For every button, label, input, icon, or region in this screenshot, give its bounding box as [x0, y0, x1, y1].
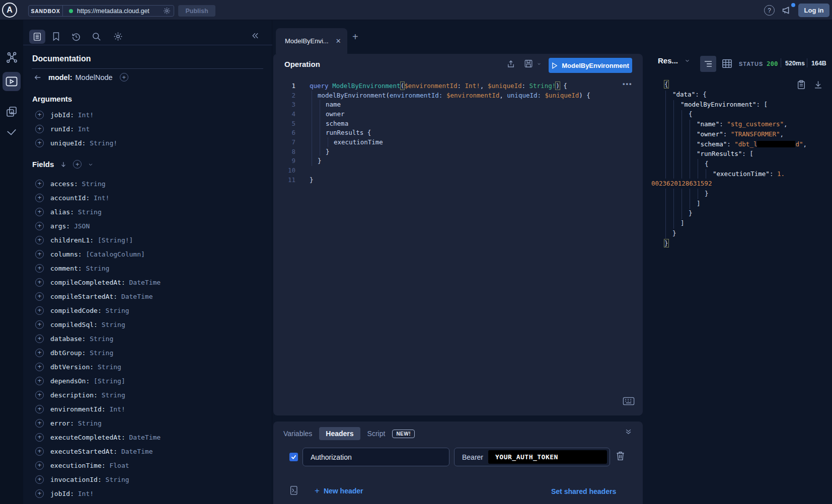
tab-script[interactable]: Script: [367, 430, 386, 438]
doc-field-row[interactable]: +accountId: Int!: [32, 191, 269, 205]
add-field-icon[interactable]: +: [120, 73, 128, 81]
add-field-icon[interactable]: +: [35, 250, 44, 259]
tab-variables[interactable]: Variables: [283, 430, 312, 438]
add-field-icon[interactable]: +: [35, 349, 44, 357]
add-field-icon[interactable]: +: [35, 489, 44, 498]
add-field-icon[interactable]: +: [35, 111, 44, 119]
share-icon[interactable]: [506, 59, 515, 69]
add-field-icon[interactable]: +: [35, 475, 44, 484]
add-field-icon[interactable]: +: [35, 447, 44, 456]
document-icon[interactable]: [29, 30, 45, 44]
add-field-icon[interactable]: +: [35, 363, 44, 371]
collapse-panel-icon[interactable]: [251, 32, 260, 40]
explorer-icon[interactable]: [3, 72, 21, 91]
doc-field-row[interactable]: +compileCompletedAt: DateTime: [32, 275, 269, 289]
close-tab-icon[interactable]: ✕: [336, 37, 341, 45]
add-field-icon[interactable]: +: [35, 264, 44, 273]
add-field-icon[interactable]: +: [35, 405, 44, 413]
doc-field-row[interactable]: +compiledSql: String: [32, 317, 269, 331]
endpoint-settings-gear-icon[interactable]: [163, 7, 171, 15]
apollo-logo-icon[interactable]: A: [2, 3, 17, 18]
checks-icon[interactable]: [0, 128, 23, 137]
breadcrumb-type-link[interactable]: ModelNode: [75, 73, 113, 81]
code-line[interactable]: 4owner: [273, 109, 643, 119]
add-field-icon[interactable]: +: [35, 377, 44, 385]
add-all-fields-icon[interactable]: +: [73, 160, 82, 169]
tree-view-icon[interactable]: [700, 56, 716, 72]
doc-field-row[interactable]: +dbtVersion: String: [32, 360, 269, 374]
add-field-icon[interactable]: +: [35, 222, 44, 230]
tab-headers[interactable]: Headers: [319, 427, 360, 440]
add-field-icon[interactable]: +: [35, 292, 44, 301]
announcements-icon[interactable]: [781, 5, 792, 16]
header-value-field[interactable]: Bearer YOUR_AUTH_TOKEN: [454, 448, 610, 466]
add-field-icon[interactable]: +: [35, 334, 44, 343]
code-line[interactable]: 1query ModelByEnvironment($environmentId…: [273, 81, 643, 91]
doc-field-row[interactable]: +database: String: [32, 331, 269, 346]
response-panel-title[interactable]: Res...: [658, 56, 678, 65]
login-button[interactable]: Log in: [798, 4, 829, 17]
search-icon[interactable]: [92, 32, 102, 42]
operation-tab[interactable]: ModelByEnvi... ✕: [276, 28, 347, 54]
add-field-icon[interactable]: +: [35, 433, 44, 442]
add-field-icon[interactable]: +: [35, 194, 44, 202]
doc-field-row[interactable]: +compiledCode: String: [32, 303, 269, 317]
save-icon[interactable]: [524, 59, 533, 68]
doc-field-row[interactable]: +alias: String: [32, 205, 269, 219]
keyboard-shortcuts-icon[interactable]: [623, 397, 635, 405]
edit-as-file-icon[interactable]: [290, 485, 299, 495]
doc-field-row[interactable]: +executeStartedAt: DateTime: [32, 444, 269, 458]
doc-field-row[interactable]: +dbtGroup: String: [32, 346, 269, 360]
code-editor[interactable]: 1query ModelByEnvironment($environmentId…: [273, 81, 643, 187]
code-line[interactable]: 11}: [273, 175, 643, 185]
code-line[interactable]: 6runResults {: [273, 128, 643, 138]
new-header-button[interactable]: + New header: [315, 486, 363, 496]
add-field-icon[interactable]: +: [35, 125, 44, 133]
response-dropdown-chevron-icon[interactable]: [684, 58, 691, 63]
add-field-icon[interactable]: +: [35, 320, 44, 329]
doc-field-row[interactable]: +compileStartedAt: DateTime: [32, 289, 269, 303]
doc-field-row[interactable]: +comment: String: [32, 261, 269, 275]
endpoint-url-text[interactable]: https://metadata.cloud.get: [77, 8, 163, 15]
add-field-icon[interactable]: +: [35, 306, 44, 315]
code-line[interactable]: 8}: [273, 147, 643, 156]
doc-field-row[interactable]: +jobId: Int!: [32, 486, 269, 500]
doc-field-row[interactable]: +columns: [CatalogColumn]: [32, 247, 269, 261]
graph-icon[interactable]: [0, 51, 23, 64]
add-field-icon[interactable]: +: [35, 391, 44, 399]
doc-field-row[interactable]: +runId: Int: [32, 122, 269, 136]
collapse-panel-chevrons-icon[interactable]: [625, 428, 632, 436]
code-line[interactable]: 2modelByEnvironment(environmentId: $envi…: [273, 91, 643, 100]
add-field-icon[interactable]: +: [35, 461, 44, 470]
doc-field-row[interactable]: +environmentId: Int!: [32, 402, 269, 416]
doc-field-row[interactable]: +args: JSON: [32, 219, 269, 233]
add-field-icon[interactable]: +: [35, 419, 44, 428]
settings-icon[interactable]: [113, 32, 123, 41]
add-field-icon[interactable]: +: [35, 139, 44, 147]
changelog-icon[interactable]: [0, 106, 23, 118]
code-line[interactable]: 3name: [273, 100, 643, 109]
doc-field-row[interactable]: +access: String: [32, 177, 269, 191]
endpoint-url-bar[interactable]: SANDBOX https://metadata.cloud.get: [28, 5, 174, 17]
code-line[interactable]: 10: [273, 165, 643, 175]
history-icon[interactable]: [71, 32, 81, 42]
back-arrow-icon[interactable]: [33, 73, 42, 81]
doc-field-row[interactable]: +error: String: [32, 416, 269, 430]
doc-field-row[interactable]: +jobId: Int!: [32, 108, 269, 122]
delete-header-trash-icon[interactable]: [616, 451, 625, 461]
add-field-icon[interactable]: +: [35, 236, 44, 244]
doc-field-row[interactable]: +executeCompletedAt: DateTime: [32, 430, 269, 444]
add-field-icon[interactable]: +: [35, 278, 44, 287]
auth-token-value[interactable]: YOUR_AUTH_TOKEN: [488, 450, 607, 464]
add-field-icon[interactable]: +: [35, 208, 44, 216]
header-enabled-checkbox[interactable]: [289, 453, 298, 461]
bookmark-icon[interactable]: [52, 32, 60, 41]
doc-field-row[interactable]: +executionTime: Float: [32, 458, 269, 472]
table-view-icon[interactable]: [722, 59, 732, 68]
header-key-input[interactable]: [302, 448, 449, 466]
doc-field-row[interactable]: +description: String: [32, 388, 269, 402]
help-button[interactable]: ?: [764, 5, 775, 16]
code-line[interactable]: 7executionTime: [273, 137, 643, 147]
set-shared-headers-link[interactable]: Set shared headers: [551, 487, 616, 495]
doc-field-row[interactable]: +invocationId: String: [32, 472, 269, 486]
